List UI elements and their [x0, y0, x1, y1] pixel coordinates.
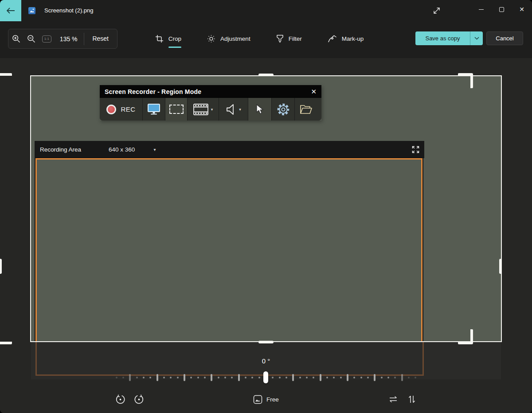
brightness-icon	[207, 35, 215, 43]
tab-filter-label: Filter	[289, 34, 302, 44]
angle-tick	[238, 374, 240, 381]
video-dropdown-icon: ▾	[211, 107, 213, 112]
crop-handle-top-left[interactable]	[0, 73, 12, 88]
save-as-copy-button[interactable]: Save as copy	[415, 31, 470, 45]
rotation-slider-handle[interactable]	[263, 371, 268, 383]
angle-tick	[313, 377, 314, 378]
angle-tick	[340, 377, 342, 378]
angle-tick	[292, 374, 294, 381]
recording-region-frame	[35, 158, 422, 341]
minimize-icon	[479, 9, 484, 10]
rotate-ccw-icon	[115, 394, 125, 405]
aspect-ratio-button[interactable]: Free	[253, 395, 279, 404]
close-icon: ✕	[519, 6, 524, 13]
file-title: Screenshot (2).png	[44, 0, 94, 21]
angle-tick	[415, 377, 416, 378]
angle-tick	[381, 377, 383, 378]
angle-tick	[401, 374, 403, 381]
minimize-button[interactable]	[471, 0, 491, 19]
audio-button: ▾	[219, 98, 248, 121]
close-button[interactable]: ✕	[512, 0, 532, 19]
photos-app-icon	[28, 7, 35, 14]
angle-tick	[231, 377, 233, 378]
fullscreen-mode-button	[143, 98, 165, 121]
cursor-icon	[255, 104, 264, 115]
save-options-dropdown[interactable]	[470, 31, 483, 45]
crop-handle-left[interactable]	[0, 259, 2, 274]
rotate-cw-icon	[134, 394, 144, 405]
angle-tick	[218, 377, 219, 378]
flip-vertical-icon	[408, 394, 416, 404]
angle-tick	[149, 377, 151, 378]
film-icon	[193, 104, 208, 115]
screen-recorder-toolbar: REC ▾	[100, 98, 321, 121]
expand-arrows-icon	[412, 146, 419, 153]
angle-tick	[387, 377, 389, 378]
crop-handle-top-right[interactable]	[458, 73, 473, 88]
crop-handle-top[interactable]	[258, 74, 274, 76]
tab-filter[interactable]: Filter	[276, 28, 302, 49]
angle-tick	[320, 374, 321, 381]
angle-tick	[177, 377, 179, 378]
tab-markup[interactable]: Mark-up	[328, 28, 364, 49]
fullscreen-button[interactable]	[427, 3, 446, 18]
flip-vertical-button[interactable]	[405, 393, 419, 406]
monitor-icon	[147, 103, 160, 115]
rotate-right-button[interactable]	[132, 393, 145, 406]
crop-handle-bottom-left[interactable]	[0, 329, 12, 344]
angle-tick	[184, 374, 185, 381]
photo-crop-area[interactable]: Screen Recorder - Region Mode ✕ REC	[31, 76, 501, 341]
tab-markup-label: Mark-up	[342, 34, 364, 44]
photos-app-window: Screenshot (2).png ✕ 1:1 135 % Reset	[0, 0, 532, 413]
gear-icon	[277, 103, 289, 116]
flip-horizontal-icon	[388, 395, 398, 403]
tab-crop[interactable]: Crop	[155, 28, 181, 49]
aspect-ratio-label: Free	[266, 396, 279, 403]
screen-recorder-close-icon: ✕	[311, 88, 317, 96]
angle-tick	[258, 377, 260, 378]
save-as-copy-split-button: Save as copy	[415, 31, 483, 45]
angle-tick	[156, 374, 158, 381]
crop-handle-bottom[interactable]	[258, 341, 274, 343]
angle-tick	[204, 377, 206, 378]
open-folder-button	[295, 98, 317, 121]
recording-area-size-value: 640 x 360	[109, 146, 135, 153]
recording-area-bar: Recording Area 640 x 360 ▾	[35, 141, 424, 158]
audio-dropdown-icon: ▾	[239, 107, 241, 112]
filter-icon	[276, 35, 284, 43]
rotate-left-button[interactable]	[113, 393, 127, 406]
angle-tick	[279, 377, 281, 378]
back-arrow-icon	[6, 8, 15, 14]
angle-tick	[122, 377, 124, 378]
screen-recorder-titlebar: Screen Recorder - Region Mode ✕	[100, 85, 321, 98]
recording-size-dropdown-icon: ▾	[153, 147, 156, 152]
angle-tick	[190, 377, 192, 378]
settings-button	[272, 98, 295, 121]
screen-recorder-window: Screen Recorder - Region Mode ✕ REC	[100, 85, 321, 121]
aspect-ratio-row: Free	[0, 393, 532, 406]
folder-open-icon	[300, 104, 312, 114]
crop-handle-bottom-right[interactable]	[458, 329, 473, 344]
angle-tick	[163, 377, 165, 378]
flip-horizontal-button[interactable]	[387, 393, 400, 406]
cancel-button[interactable]: Cancel	[486, 31, 523, 45]
region-mode-button	[165, 98, 188, 121]
angle-tick	[408, 377, 410, 378]
crop-handle-right[interactable]	[499, 259, 502, 274]
cursor-capture-button	[248, 98, 272, 121]
aspect-ratio-icon	[253, 395, 262, 404]
maximize-button[interactable]	[491, 0, 512, 19]
pen-icon	[328, 35, 337, 43]
speaker-icon	[226, 104, 236, 115]
tab-adjustment[interactable]: Adjustment	[207, 28, 250, 49]
angle-tick	[353, 377, 355, 378]
crop-icon	[155, 35, 164, 43]
angle-tick	[211, 374, 212, 381]
region-select-icon	[169, 105, 184, 114]
angle-tick	[272, 377, 274, 378]
back-button[interactable]	[0, 0, 21, 21]
angle-tick	[394, 377, 396, 378]
tab-adjustment-label: Adjustment	[220, 34, 250, 44]
angle-tick	[347, 374, 348, 381]
angle-tick	[116, 377, 117, 378]
